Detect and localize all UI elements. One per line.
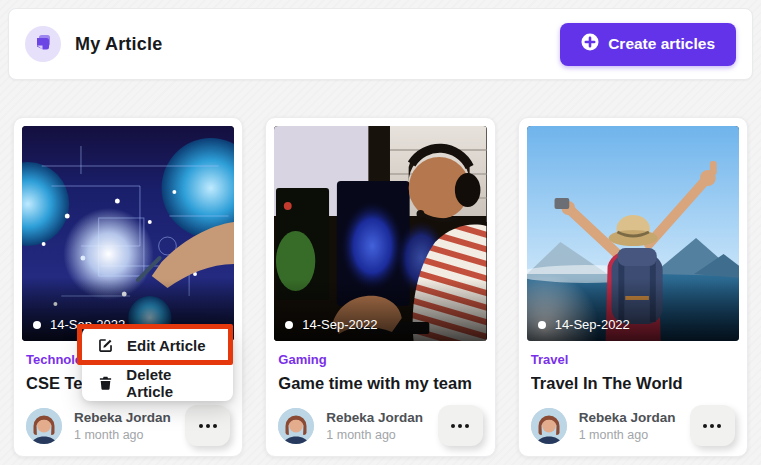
note-icon <box>34 33 53 56</box>
ellipsis-icon <box>451 424 469 428</box>
trash-icon <box>97 375 113 391</box>
article-context-menu: Edit Article Delete Article <box>82 327 233 401</box>
my-article-page: My Article Create articles <box>0 0 761 465</box>
menu-item-delete-article[interactable]: Delete Article <box>82 364 233 401</box>
author-avatar <box>278 408 314 444</box>
article-title[interactable]: Travel In The World <box>531 374 735 393</box>
delete-article-label: Delete Article <box>126 366 218 400</box>
article-date-badge: 14-Sep-2022 <box>285 317 377 332</box>
article-card-travel: 14-Sep-2022 Travel Travel In The World R… <box>518 117 748 457</box>
author-avatar <box>531 408 567 444</box>
plus-icon <box>581 33 599 55</box>
edit-article-label: Edit Article <box>127 337 206 354</box>
article-card-footer: Rebeka Jordan 1 month ago <box>26 405 230 446</box>
page-title: My Article <box>75 34 162 55</box>
page-header: My Article Create articles <box>8 8 753 80</box>
article-title[interactable]: Game time with my team <box>278 374 482 393</box>
author-meta: Rebeka Jordan 1 month ago <box>579 410 676 442</box>
more-options-button[interactable] <box>690 405 735 446</box>
author-avatar <box>26 408 62 444</box>
article-card-footer: Rebeka Jordan 1 month ago <box>531 405 735 446</box>
date-dot-icon <box>33 321 41 329</box>
article-card-footer: Rebeka Jordan 1 month ago <box>278 405 482 446</box>
published-time: 1 month ago <box>74 428 171 442</box>
more-options-button[interactable] <box>185 405 230 446</box>
article-date: 14-Sep-2022 <box>302 317 377 332</box>
create-articles-label: Create articles <box>608 35 715 53</box>
ellipsis-icon <box>703 424 721 428</box>
article-badge <box>25 26 61 62</box>
article-category[interactable]: Gaming <box>278 352 482 367</box>
published-time: 1 month ago <box>579 428 676 442</box>
author-name: Rebeka Jordan <box>326 410 423 425</box>
article-date-badge: 14-Sep-2022 <box>538 317 630 332</box>
article-card-technology: 14-Sep-2022 Technology CSE Tec Rebeka Jo… <box>13 117 243 457</box>
ellipsis-icon <box>199 424 217 428</box>
article-card-gaming: 14-Sep-2022 Gaming Game time with my tea… <box>265 117 495 457</box>
article-date: 14-Sep-2022 <box>555 317 630 332</box>
article-image-technology[interactable]: 14-Sep-2022 <box>22 126 234 341</box>
date-dot-icon <box>285 321 293 329</box>
published-time: 1 month ago <box>326 428 423 442</box>
date-dot-icon <box>538 321 546 329</box>
author-meta: Rebeka Jordan 1 month ago <box>326 410 423 442</box>
article-image-travel[interactable]: 14-Sep-2022 <box>527 126 739 341</box>
author-meta: Rebeka Jordan 1 month ago <box>74 410 171 442</box>
article-cards: 14-Sep-2022 Technology CSE Tec Rebeka Jo… <box>13 117 748 457</box>
author-name: Rebeka Jordan <box>74 410 171 425</box>
article-category[interactable]: Travel <box>531 352 735 367</box>
edit-pencil-icon <box>97 337 114 354</box>
create-articles-button[interactable]: Create articles <box>560 23 736 66</box>
author-name: Rebeka Jordan <box>579 410 676 425</box>
article-image-gaming[interactable]: 14-Sep-2022 <box>274 126 486 341</box>
menu-item-edit-article[interactable]: Edit Article <box>82 327 233 364</box>
more-options-button[interactable] <box>438 405 483 446</box>
